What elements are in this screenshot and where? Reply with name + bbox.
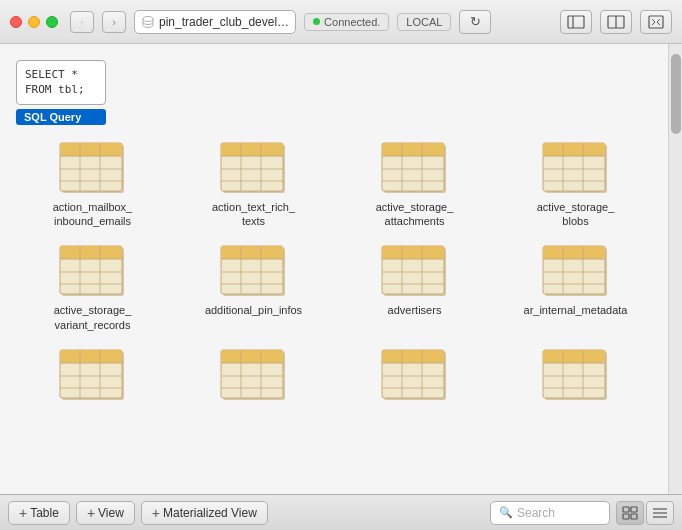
- traffic-lights: [10, 16, 58, 28]
- svg-rect-32: [543, 143, 605, 156]
- svg-rect-102: [623, 507, 629, 512]
- table-item[interactable]: [16, 348, 169, 407]
- table-name-label: active_storage_ attachments: [376, 200, 454, 229]
- add-materialized-view-label: Materialized View: [163, 506, 257, 520]
- svg-rect-103: [631, 507, 637, 512]
- table-icon: [58, 141, 128, 200]
- scrollbar-thumb[interactable]: [671, 54, 681, 134]
- list-view-button[interactable]: [646, 501, 674, 525]
- tables-grid: action_mailbox_ inbound_emailsaction_tex…: [16, 141, 652, 415]
- bottom-bar: + Table + View + Materialized View 🔍 Sea…: [0, 494, 682, 530]
- add-table-label: Table: [30, 506, 59, 520]
- table-item[interactable]: active_storage_ blobs: [499, 141, 652, 229]
- table-item[interactable]: action_mailbox_ inbound_emails: [16, 141, 169, 229]
- content-area: SELECT * FROM tbl; SQL Query action_mail…: [0, 44, 668, 494]
- table-icon: [219, 244, 289, 303]
- table-item[interactable]: active_storage_ variant_records: [16, 244, 169, 332]
- connection-status: Connected.: [304, 13, 389, 31]
- table-item[interactable]: active_storage_ attachments: [338, 141, 491, 229]
- table-item[interactable]: [177, 348, 330, 407]
- table-icon: [219, 348, 289, 407]
- svg-rect-40: [60, 246, 122, 259]
- table-name-label: active_storage_ blobs: [537, 200, 615, 229]
- add-view-button[interactable]: + View: [76, 501, 135, 525]
- add-view-label: View: [98, 506, 124, 520]
- table-icon: [58, 244, 128, 303]
- fullscreen-icon: [648, 15, 664, 29]
- split-icon: [607, 15, 625, 29]
- chevron-right-icon: ›: [112, 16, 116, 28]
- local-badge: LOCAL: [397, 13, 451, 31]
- svg-rect-80: [221, 350, 283, 363]
- svg-rect-5: [649, 16, 663, 28]
- table-icon: [219, 141, 289, 200]
- search-icon: 🔍: [499, 506, 513, 519]
- refresh-icon: ↻: [470, 14, 481, 29]
- table-name-label: advertisers: [388, 303, 442, 317]
- scrollbar-track[interactable]: [668, 44, 682, 494]
- sql-code-box[interactable]: SELECT * FROM tbl;: [16, 60, 106, 105]
- address-bar[interactable]: pin_trader_club_devel…: [134, 10, 296, 34]
- sql-widget: SELECT * FROM tbl; SQL Query: [16, 60, 106, 125]
- table-icon: [541, 348, 611, 407]
- table-item[interactable]: additional_pin_infos: [177, 244, 330, 332]
- address-text: pin_trader_club_devel…: [159, 15, 289, 29]
- svg-rect-64: [543, 246, 605, 259]
- minimize-button[interactable]: [28, 16, 40, 28]
- table-name-label: ar_internal_metadata: [524, 303, 628, 317]
- table-item[interactable]: [338, 348, 491, 407]
- plus-icon-3: +: [152, 505, 160, 521]
- titlebar: ‹ › pin_trader_club_devel… Connected. LO…: [0, 0, 682, 44]
- svg-rect-8: [60, 143, 122, 156]
- table-item[interactable]: ar_internal_metadata: [499, 244, 652, 332]
- split-view-button[interactable]: [600, 10, 632, 34]
- svg-rect-96: [543, 350, 605, 363]
- table-item[interactable]: advertisers: [338, 244, 491, 332]
- search-bar[interactable]: 🔍 Search: [490, 501, 610, 525]
- sql-line-2: FROM tbl;: [25, 82, 97, 97]
- list-icon: [652, 506, 668, 520]
- plus-icon: +: [19, 505, 27, 521]
- table-name-label: action_mailbox_ inbound_emails: [53, 200, 133, 229]
- table-icon: [380, 348, 450, 407]
- table-item[interactable]: action_text_rich_ texts: [177, 141, 330, 229]
- table-name-label: active_storage_ variant_records: [54, 303, 132, 332]
- svg-rect-88: [382, 350, 444, 363]
- svg-point-0: [143, 16, 153, 21]
- maximize-button[interactable]: [46, 16, 58, 28]
- fullscreen-button[interactable]: [640, 10, 672, 34]
- svg-rect-48: [221, 246, 283, 259]
- svg-rect-1: [568, 16, 584, 28]
- table-item[interactable]: [499, 348, 652, 407]
- table-icon: [541, 141, 611, 200]
- svg-rect-16: [221, 143, 283, 156]
- table-icon: [58, 348, 128, 407]
- plus-icon-2: +: [87, 505, 95, 521]
- sidebar-icon: [567, 15, 585, 29]
- sql-query-badge[interactable]: SQL Query: [16, 109, 106, 125]
- svg-rect-72: [60, 350, 122, 363]
- grid-view-button[interactable]: [616, 501, 644, 525]
- svg-rect-24: [382, 143, 444, 156]
- chevron-left-icon: ‹: [80, 16, 84, 28]
- add-table-button[interactable]: + Table: [8, 501, 70, 525]
- search-placeholder: Search: [517, 506, 555, 520]
- grid-icon: [622, 506, 638, 520]
- forward-button[interactable]: ›: [102, 11, 126, 33]
- table-icon: [380, 141, 450, 200]
- refresh-button[interactable]: ↻: [459, 10, 491, 34]
- db-icon: [141, 15, 155, 29]
- table-icon: [380, 244, 450, 303]
- table-icon: [541, 244, 611, 303]
- view-toggle: [616, 501, 674, 525]
- back-button[interactable]: ‹: [70, 11, 94, 33]
- svg-rect-104: [623, 514, 629, 519]
- svg-rect-56: [382, 246, 444, 259]
- add-materialized-view-button[interactable]: + Materialized View: [141, 501, 268, 525]
- main-area: SELECT * FROM tbl; SQL Query action_mail…: [0, 44, 682, 494]
- sidebar-toggle-button[interactable]: [560, 10, 592, 34]
- svg-rect-105: [631, 514, 637, 519]
- status-dot: [313, 18, 320, 25]
- close-button[interactable]: [10, 16, 22, 28]
- table-name-label: action_text_rich_ texts: [212, 200, 295, 229]
